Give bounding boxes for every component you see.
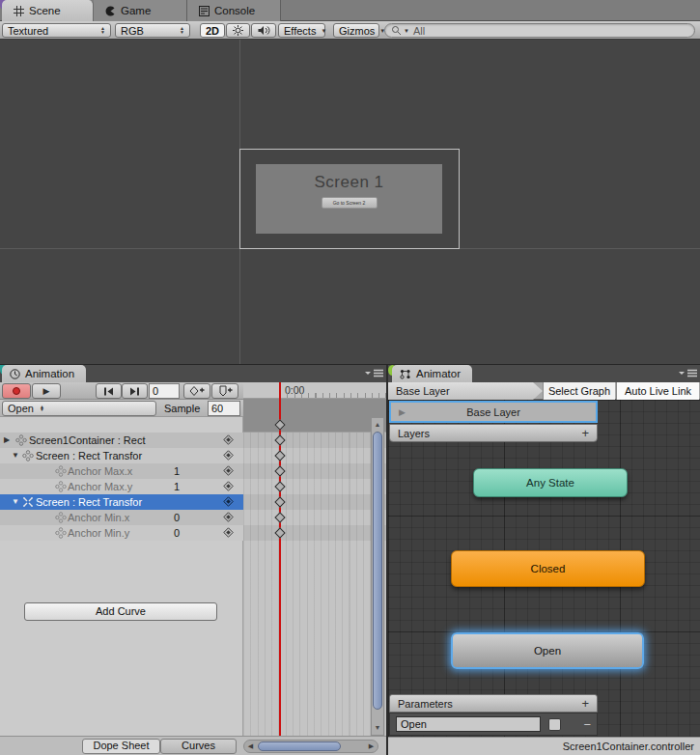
property-row-anchor-min-y[interactable]: Anchor Min.y 0 bbox=[0, 525, 243, 541]
clock-icon bbox=[10, 369, 20, 379]
keyframe-indicator-icon[interactable] bbox=[223, 450, 234, 461]
property-row-anchor-max-x[interactable]: Anchor Max.x 1 bbox=[0, 463, 243, 479]
dopesheet-timeline[interactable] bbox=[243, 399, 386, 736]
tab-animation-label: Animation bbox=[25, 368, 74, 379]
record-button[interactable] bbox=[2, 383, 31, 399]
tab-console-label: Console bbox=[214, 5, 255, 16]
game-pacman-icon bbox=[105, 6, 116, 16]
scroll-down-arrow[interactable]: ▼ bbox=[372, 722, 383, 734]
property-value[interactable]: 1 bbox=[174, 479, 180, 494]
tab-game[interactable]: Game bbox=[94, 0, 187, 21]
ui-canvas-outline[interactable]: Screen 1 Go to Screen 2 bbox=[239, 149, 460, 249]
layer-row-base-layer[interactable]: ▶ Base Layer bbox=[389, 401, 598, 423]
add-event-button[interactable] bbox=[211, 383, 238, 399]
state-node-open-selected[interactable]: Open bbox=[451, 632, 644, 669]
2d-toggle-button[interactable]: 2D bbox=[200, 23, 225, 38]
property-row-anchor-max-y[interactable]: Anchor Max.y 1 bbox=[0, 479, 243, 494]
timeline-row-stripe bbox=[243, 463, 386, 479]
foldout-arrow[interactable]: ▼ bbox=[12, 494, 19, 510]
search-filter-arrow-icon: ▼ bbox=[404, 28, 409, 34]
auto-live-link-button[interactable]: Auto Live Link bbox=[616, 382, 699, 400]
effects-dropdown[interactable]: Effects ▼ bbox=[278, 23, 325, 38]
gizmos-dropdown[interactable]: Gizmos ▼ bbox=[333, 23, 379, 38]
keyframe-indicator-icon[interactable] bbox=[223, 512, 234, 522]
select-graph-button[interactable]: Select Graph bbox=[543, 382, 615, 400]
render-mode-dropdown[interactable]: Textured ▲▼ bbox=[2, 23, 111, 38]
add-layer-button[interactable]: + bbox=[581, 426, 589, 440]
goto-first-frame-button[interactable] bbox=[96, 383, 122, 399]
property-row-screen-recttransform-1[interactable]: ▼ Screen : Rect Transfor bbox=[0, 448, 243, 463]
goto-last-frame-button[interactable] bbox=[122, 383, 148, 399]
timeline-ruler[interactable]: 0:00 bbox=[243, 382, 386, 399]
play-button[interactable]: ▶ bbox=[32, 383, 61, 399]
keyframe-indicator-icon[interactable] bbox=[223, 527, 234, 538]
add-curve-button[interactable]: Add Curve bbox=[24, 602, 217, 621]
property-label: Anchor Max.y bbox=[68, 479, 132, 494]
goto-screen2-button[interactable]: Go to Screen 2 bbox=[322, 197, 378, 209]
scroll-up-arrow[interactable]: ▲ bbox=[372, 419, 383, 431]
tab-console[interactable]: Console bbox=[187, 0, 281, 21]
scrollbar-thumb[interactable] bbox=[258, 741, 341, 751]
keyframe-indicator-icon[interactable] bbox=[223, 434, 234, 445]
search-icon bbox=[391, 25, 402, 36]
keyframe-indicator-icon[interactable] bbox=[223, 481, 234, 491]
scrollbar-thumb[interactable] bbox=[373, 432, 382, 710]
curves-tab[interactable]: Curves bbox=[160, 739, 237, 754]
animation-bottom-bar: Dope Sheet Curves ◀ ▶ bbox=[0, 736, 386, 755]
property-row-anchor-min-x[interactable]: Anchor Min.x 0 bbox=[0, 510, 243, 525]
horizontal-scrollbar[interactable]: ◀ ▶ bbox=[243, 740, 378, 753]
window-menu-icon[interactable] bbox=[679, 369, 697, 378]
tab-animator-label: Animator bbox=[416, 368, 461, 379]
sample-rate-field[interactable]: 60 bbox=[208, 401, 240, 416]
animator-status-bar: Screen1Container.controller bbox=[388, 737, 700, 755]
vertical-scrollbar[interactable]: ▲ ▼ bbox=[371, 417, 384, 736]
rect-transform-icon bbox=[22, 450, 34, 461]
ruler-ticks bbox=[280, 393, 386, 398]
rect-transform-icon bbox=[55, 465, 67, 477]
add-parameter-button[interactable]: + bbox=[581, 696, 589, 711]
property-value[interactable]: 1 bbox=[174, 463, 180, 479]
scroll-right-arrow[interactable]: ▶ bbox=[365, 741, 378, 752]
tab-animator[interactable]: Animator bbox=[392, 365, 472, 382]
property-row-screen1container[interactable]: ▶ Screen1Container : Rect bbox=[0, 433, 243, 448]
scroll-left-arrow[interactable]: ◀ bbox=[244, 741, 257, 752]
property-value[interactable]: 0 bbox=[174, 510, 180, 525]
controller-path-label: Screen1Container.controller bbox=[563, 741, 694, 752]
animator-window: Animator Base Layer Select Graph Auto Li… bbox=[388, 365, 700, 755]
parameter-bool-checkbox[interactable] bbox=[548, 718, 561, 731]
scene-lighting-button[interactable] bbox=[226, 23, 250, 38]
tab-scene[interactable]: Scene bbox=[2, 0, 94, 21]
foldout-arrow[interactable]: ▶ bbox=[4, 433, 10, 448]
skip-end-icon bbox=[129, 387, 140, 396]
layers-header[interactable]: Layers + bbox=[389, 424, 598, 442]
add-keyframe-button[interactable] bbox=[183, 383, 210, 399]
animator-tab-strip: Animator bbox=[388, 365, 700, 382]
scene-audio-button[interactable] bbox=[251, 23, 276, 38]
screen1-panel[interactable]: Screen 1 Go to Screen 2 bbox=[256, 164, 442, 234]
property-value[interactable]: 0 bbox=[174, 525, 180, 541]
property-label: Anchor Min.x bbox=[68, 510, 129, 525]
search-input[interactable]: ▼ All bbox=[384, 23, 695, 38]
foldout-arrow[interactable]: ▼ bbox=[12, 448, 19, 463]
property-row-screen-recttransform-2-selected[interactable]: ▼ Screen : Rect Transfor bbox=[0, 494, 243, 510]
breadcrumb-base-layer[interactable]: Base Layer bbox=[388, 382, 543, 400]
remove-parameter-button[interactable]: − bbox=[583, 717, 591, 732]
keyframe-indicator-icon[interactable] bbox=[223, 465, 234, 476]
frame-number-field[interactable]: 0 bbox=[149, 383, 180, 399]
scene-view-toolbar: Textured ▲▼ RGB ▲▼ 2D Effects ▼ Gizmos ▼… bbox=[0, 21, 700, 40]
state-node-any-state[interactable]: Any State bbox=[473, 468, 628, 497]
keyframe-indicator-icon[interactable] bbox=[223, 496, 234, 507]
channels-dropdown[interactable]: RGB ▲▼ bbox=[115, 23, 190, 38]
state-node-closed[interactable]: Closed bbox=[451, 550, 645, 587]
parameter-name-field[interactable]: Open bbox=[396, 716, 541, 732]
clip-dropdown[interactable]: Open ▲▼ bbox=[2, 401, 156, 416]
2d-toggle-label: 2D bbox=[206, 25, 219, 37]
animation-window: Animation ▶ 0 0:00 Open ▲▼ Sample 60 bbox=[0, 365, 386, 755]
rect-transform-icon bbox=[55, 527, 67, 539]
tab-animation[interactable]: Animation bbox=[2, 365, 86, 382]
dope-sheet-tab[interactable]: Dope Sheet bbox=[82, 739, 160, 754]
window-menu-icon[interactable] bbox=[365, 369, 383, 378]
scene-viewport[interactable]: Screen 1 Go to Screen 2 bbox=[0, 40, 700, 365]
parameters-header[interactable]: Parameters + bbox=[389, 694, 598, 713]
scene-tab-strip: Scene Game Console bbox=[0, 0, 700, 21]
